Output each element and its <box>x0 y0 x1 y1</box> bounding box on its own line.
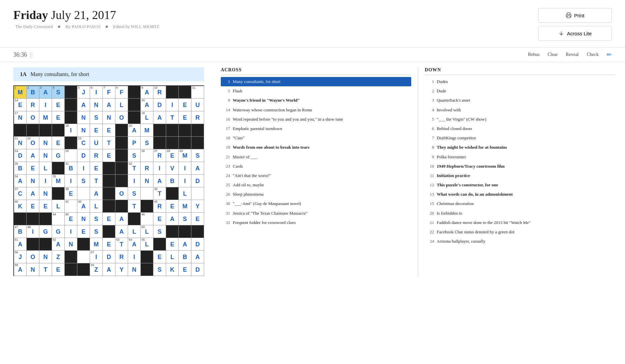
grid-cell-12-1[interactable] <box>27 238 39 251</box>
grid-cell-2-12[interactable]: T <box>166 111 179 124</box>
grid-cell-5-12[interactable]: 28E <box>166 149 179 162</box>
grid-cell-4-8[interactable] <box>115 137 128 149</box>
grid-cell-8-1[interactable]: A <box>27 187 39 200</box>
grid-cell-13-14[interactable]: A <box>191 251 204 263</box>
clue-item[interactable]: 8 They might be wished for at fountains <box>425 143 615 152</box>
grid-cell-5-2[interactable]: N <box>39 149 52 162</box>
grid-cell-0-6[interactable]: 6I <box>90 86 103 99</box>
grid-cell-10-2[interactable] <box>39 213 52 225</box>
grid-cell-13-1[interactable]: O <box>27 251 39 263</box>
grid-cell-2-2[interactable]: M <box>39 111 52 124</box>
grid-cell-3-11[interactable] <box>153 124 166 137</box>
grid-cell-11-6[interactable]: S <box>90 225 103 238</box>
grid-cell-14-5[interactable] <box>77 263 90 276</box>
grid-cell-0-14[interactable]: 11 <box>191 86 204 99</box>
grid-cell-13-12[interactable]: L <box>166 251 179 263</box>
grid-cell-8-11[interactable]: 39T <box>153 187 166 200</box>
grid-cell-13-6[interactable]: 57I <box>90 251 103 263</box>
grid-cell-9-7[interactable] <box>103 200 115 213</box>
grid-cell-14-9[interactable]: N <box>128 263 141 276</box>
grid-cell-9-11[interactable]: 43R <box>153 200 166 213</box>
grid-cell-7-12[interactable]: B <box>166 175 179 187</box>
grid-cell-2-11[interactable]: A <box>153 111 166 124</box>
grid-cell-11-2[interactable]: G <box>39 225 52 238</box>
clue-item[interactable]: 20 Is forbidden to <box>425 209 615 218</box>
grid-cell-1-9[interactable] <box>128 99 141 111</box>
grid-cell-1-1[interactable]: R <box>27 99 39 111</box>
grid-cell-7-2[interactable]: I <box>39 175 52 187</box>
grid-cell-1-2[interactable]: I <box>39 99 52 111</box>
grid-cell-14-4[interactable] <box>65 263 77 276</box>
grid-cell-3-7[interactable]: E <box>103 124 115 137</box>
grid-cell-0-9[interactable] <box>128 86 141 99</box>
grid-cell-8-0[interactable]: 37C <box>14 187 27 200</box>
grid-cell-3-2[interactable] <box>39 124 52 137</box>
grid-cell-6-11[interactable]: I <box>153 162 166 175</box>
grid-cell-7-11[interactable]: A <box>153 175 166 187</box>
grid-cell-10-0[interactable] <box>14 213 27 225</box>
grid-cell-10-9[interactable] <box>128 213 141 225</box>
grid-cell-12-4[interactable]: N <box>65 238 77 251</box>
grid-cell-6-6[interactable]: E <box>90 162 103 175</box>
clue-item[interactable]: 21 Master of ___ <box>221 152 411 162</box>
grid-cell-6-12[interactable]: V <box>166 162 179 175</box>
pause-icon[interactable]: || <box>30 52 33 58</box>
grid-cell-8-13[interactable]: L <box>179 187 191 200</box>
grid-cell-4-12[interactable] <box>166 137 179 149</box>
grid-cell-11-4[interactable]: I <box>65 225 77 238</box>
clue-item[interactable]: 26 Sleep phenomena <box>221 190 411 199</box>
grid-cell-6-13[interactable]: I <box>179 162 191 175</box>
grid-cell-5-1[interactable]: A <box>27 149 39 162</box>
grid-cell-12-9[interactable]: 54A <box>128 238 141 251</box>
grid-cell-3-0[interactable] <box>14 124 27 137</box>
clue-item[interactable]: 18 "Ciao" <box>221 133 411 143</box>
grid-cell-11-13[interactable] <box>179 225 191 238</box>
grid-cell-11-1[interactable]: 48I <box>27 225 39 238</box>
grid-cell-11-5[interactable]: E <box>77 225 90 238</box>
grid-cell-8-10[interactable] <box>141 187 153 200</box>
clue-item[interactable]: 16 Word repeated before "to you and you … <box>221 115 411 124</box>
grid-cell-1-5[interactable]: A <box>77 99 90 111</box>
grid-cell-14-3[interactable]: E <box>52 263 65 276</box>
grid-cell-8-2[interactable]: N <box>39 187 52 200</box>
grid-cell-13-10[interactable] <box>141 251 153 263</box>
grid-cell-5-9[interactable]: S <box>128 149 141 162</box>
grid-cell-3-8[interactable] <box>115 124 128 137</box>
clue-item[interactable]: 3 Quarterback's asset <box>425 96 615 105</box>
reveal-button[interactable]: Reveal <box>566 52 579 57</box>
grid-cell-10-5[interactable]: N <box>77 213 90 225</box>
grid-cell-9-9[interactable]: T <box>128 200 141 213</box>
grid-cell-9-6[interactable]: L <box>90 200 103 213</box>
grid-cell-10-1[interactable] <box>27 213 39 225</box>
grid-cell-11-3[interactable]: G <box>52 225 65 238</box>
grid-cell-1-10[interactable]: 16A <box>141 99 153 111</box>
grid-cell-0-1[interactable]: 2B <box>27 86 39 99</box>
grid-cell-9-0[interactable]: 40K <box>14 200 27 213</box>
grid-cell-10-14[interactable]: E <box>191 213 204 225</box>
grid-cell-1-4[interactable] <box>65 99 77 111</box>
grid-cell-12-6[interactable]: M <box>90 238 103 251</box>
grid-cell-13-11[interactable]: E <box>153 251 166 263</box>
clue-item[interactable]: 1 Many consultants, for short <box>221 77 411 86</box>
clue-item[interactable]: 1 Dudes <box>425 77 615 86</box>
grid-cell-6-5[interactable]: I <box>77 162 90 175</box>
grid-cell-9-4[interactable]: 41 <box>65 200 77 213</box>
grid-cell-3-1[interactable] <box>27 124 39 137</box>
grid-cell-2-9[interactable] <box>128 111 141 124</box>
grid-cell-4-6[interactable]: U <box>90 137 103 149</box>
grid-cell-0-11[interactable]: 10R <box>153 86 166 99</box>
clue-item[interactable]: 30 "___-Ami" (Guy de Maupassant novel) <box>221 199 411 208</box>
grid-cell-11-11[interactable]: S <box>153 225 166 238</box>
clue-item[interactable]: 7 DraftKings competitor <box>425 133 615 143</box>
grid-cell-13-5[interactable] <box>77 251 90 263</box>
grid-cell-3-14[interactable] <box>191 124 204 137</box>
clear-button[interactable]: Clear <box>548 52 558 57</box>
grid-cell-9-10[interactable] <box>141 200 153 213</box>
grid-cell-6-1[interactable]: E <box>27 162 39 175</box>
grid-cell-11-0[interactable]: 47B <box>14 225 27 238</box>
grid-cell-1-6[interactable]: N <box>90 99 103 111</box>
grid-cell-1-7[interactable]: A <box>103 99 115 111</box>
grid-cell-10-11[interactable]: E <box>153 213 166 225</box>
grid-cell-1-11[interactable]: D <box>153 99 166 111</box>
clue-item[interactable]: 25 Add oil to, maybe <box>221 180 411 190</box>
